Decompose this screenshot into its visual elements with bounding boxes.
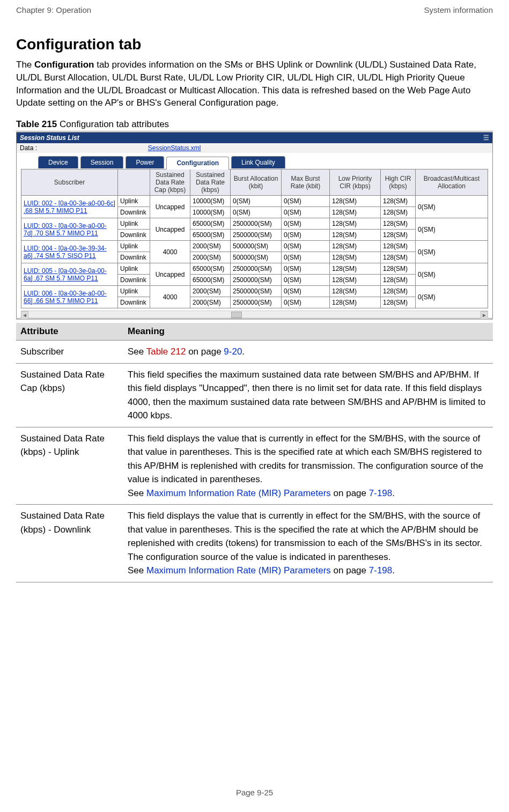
table-caption-rest: Configuration tab attributes (57, 119, 169, 129)
scroll-thumb[interactable] (231, 312, 242, 318)
tab-device[interactable]: Device (38, 156, 78, 168)
subscriber-cell: LUID: 003 - [0a-00-3e-a0-00-7d] .70 SM 5… (21, 218, 118, 241)
direction-cell: Downlink (118, 275, 150, 286)
page-header: Chapter 9: Operation System information (16, 5, 493, 36)
direction-cell: Downlink (118, 297, 150, 308)
table-row: LUID: 003 - [0a-00-3e-a0-00-7d] .70 SM 5… (21, 218, 488, 230)
attribute-meaning-table: Attribute Meaning SubscriberSee Table 21… (16, 323, 493, 582)
session-status-panel: Session Status List ☰ Data : SessionStat… (16, 132, 493, 319)
cap-cell: 4000 (150, 241, 190, 263)
session-grid: SubscriberSustained Data Rate Cap (kbps)… (21, 169, 488, 308)
direction-cell: Uplink (118, 286, 150, 297)
tab-link-quality[interactable]: Link Quality (231, 156, 285, 168)
cross-ref-link[interactable]: 7-198 (369, 565, 392, 575)
subscriber-link[interactable]: LUID: 002 - [0a-00-3e-a0-00-6c] .68 SM 5… (24, 200, 115, 215)
value-cell: 2500000(SM) (231, 230, 282, 241)
grid-col-8: Broadcast/Multicast Allocation (416, 169, 488, 196)
broadcast-cell: 0(SM) (416, 218, 488, 241)
tabs-row: DeviceSessionPowerConfigurationLink Qual… (17, 153, 492, 169)
broadcast-cell: 0(SM) (416, 263, 488, 286)
table-row: LUID: 006 - [0a-00-3e-a0-00-66] .66 SM 5… (21, 286, 488, 297)
cross-ref-link[interactable]: 9-20 (224, 346, 242, 357)
attr-header-attribute: Attribute (16, 323, 123, 341)
value-cell: 10000(SM) (190, 196, 231, 207)
value-cell: 65000(SM) (190, 275, 231, 286)
grid-col-5: Max Burst Rate (kbit) (282, 169, 330, 196)
value-cell: 0(SM) (231, 207, 282, 218)
broadcast-cell: 0(SM) (416, 286, 488, 308)
intro-bold: Configuration (34, 60, 94, 70)
attr-row: Sustained Data Rate Cap (kbps)This field… (16, 363, 493, 427)
grid-col-2: Sustained Data Rate Cap (kbps) (150, 169, 190, 196)
value-cell: 128(SM) (330, 286, 381, 297)
cross-ref-link[interactable]: Table 212 (146, 346, 186, 357)
direction-cell: Uplink (118, 218, 150, 230)
value-cell: 128(SM) (381, 252, 416, 263)
data-label: Data : (20, 144, 37, 152)
value-cell: 0(SM) (282, 230, 330, 241)
attr-row: Sustained Data Rate (kbps) - DownlinkThi… (16, 505, 493, 582)
value-cell: 2000(SM) (190, 252, 231, 263)
value-cell: 128(SM) (381, 218, 416, 230)
attr-header-row: Attribute Meaning (16, 323, 493, 341)
tab-configuration[interactable]: Configuration (166, 157, 229, 169)
value-cell: 0(SM) (282, 241, 330, 252)
value-cell: 2500000(SM) (231, 286, 282, 297)
value-cell: 0(SM) (282, 275, 330, 286)
session-status-xml-link[interactable]: SessionStatus.xml (148, 144, 201, 152)
value-cell: 128(SM) (381, 286, 416, 297)
value-cell: 0(SM) (282, 196, 330, 207)
grid-col-7: High CIR (kbps) (381, 169, 416, 196)
value-cell: 2500000(SM) (231, 218, 282, 230)
cap-cell: 4000 (150, 286, 190, 308)
value-cell: 65000(SM) (190, 263, 231, 275)
value-cell: 128(SM) (381, 241, 416, 252)
table-row: LUID: 005 - [0a-00-3e-0a-00-6a] .67 SM 5… (21, 263, 488, 275)
value-cell: 65000(SM) (190, 230, 231, 241)
tab-power[interactable]: Power (126, 156, 164, 168)
direction-cell: Uplink (118, 241, 150, 252)
attr-row: SubscriberSee Table 212 on page 9-20. (16, 341, 493, 364)
intro-paragraph: The Configuration tab provides informati… (16, 58, 493, 109)
subscriber-link[interactable]: LUID: 006 - [0a-00-3e-a0-00-66] .66 SM 5… (24, 290, 107, 305)
value-cell: 128(SM) (330, 252, 381, 263)
table-row: LUID: 004 - [0a-00-3e-39-34-a6] .74 SM 5… (21, 241, 488, 252)
value-cell: 500000(SM) (231, 252, 282, 263)
direction-cell: Uplink (118, 196, 150, 207)
tab-session[interactable]: Session (80, 156, 124, 168)
table-row: LUID: 002 - [0a-00-3e-a0-00-6c] .68 SM 5… (21, 196, 488, 207)
value-cell: 0(SM) (282, 218, 330, 230)
value-cell: 0(SM) (282, 286, 330, 297)
intro-text-before: The (16, 60, 34, 70)
cap-cell: Uncapped (150, 263, 190, 286)
broadcast-cell: 0(SM) (416, 241, 488, 263)
header-right: System information (424, 5, 493, 14)
value-cell: 128(SM) (381, 230, 416, 241)
value-cell: 128(SM) (330, 218, 381, 230)
scroll-right-arrow-icon[interactable]: ► (481, 311, 488, 319)
value-cell: 2500000(SM) (231, 297, 282, 308)
subscriber-link[interactable]: LUID: 005 - [0a-00-3e-0a-00-6a] .67 SM 5… (24, 267, 107, 282)
value-cell: 128(SM) (330, 207, 381, 218)
value-cell: 128(SM) (330, 196, 381, 207)
cross-ref-link[interactable]: 7-198 (369, 488, 392, 498)
value-cell: 128(SM) (381, 275, 416, 286)
grid-header-row: SubscriberSustained Data Rate Cap (kbps)… (21, 169, 488, 196)
direction-cell: Downlink (118, 207, 150, 218)
panel-collapse-icon[interactable]: ☰ (483, 134, 489, 142)
attr-meaning-cell: This field displays the value that is cu… (123, 505, 493, 582)
subscriber-link[interactable]: LUID: 004 - [0a-00-3e-39-34-a6] .74 SM 5… (24, 245, 107, 260)
value-cell: 2000(SM) (190, 241, 231, 252)
subscriber-link[interactable]: LUID: 003 - [0a-00-3e-a0-00-7d] .70 SM 5… (24, 222, 107, 237)
value-cell: 128(SM) (330, 241, 381, 252)
attr-header-meaning: Meaning (123, 323, 493, 341)
value-cell: 0(SM) (282, 207, 330, 218)
attr-name-cell: Sustained Data Rate (kbps) - Uplink (16, 427, 123, 505)
value-cell: 128(SM) (381, 263, 416, 275)
header-left: Chapter 9: Operation (16, 5, 91, 14)
cross-ref-link[interactable]: Maximum Information Rate (MIR) Parameter… (146, 565, 331, 575)
horizontal-scrollbar[interactable]: ◄ ► (21, 311, 488, 318)
attr-row: Sustained Data Rate (kbps) - UplinkThis … (16, 427, 493, 505)
cross-ref-link[interactable]: Maximum Information Rate (MIR) Parameter… (146, 488, 331, 498)
scroll-left-arrow-icon[interactable]: ◄ (21, 311, 28, 319)
